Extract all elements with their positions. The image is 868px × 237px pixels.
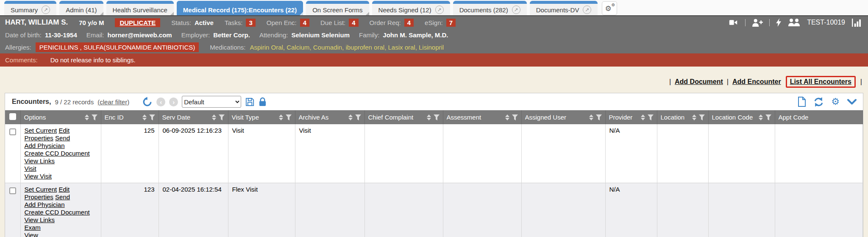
column-header-serv-date[interactable]: Serv Date [162, 114, 209, 121]
filter-icon[interactable] [648, 114, 654, 120]
tab-medical-record-encounters[interactable]: Medical Record (175):Encounters (22) [177, 1, 303, 15]
filter-icon[interactable] [286, 114, 292, 120]
gear-icon[interactable]: ⚙ [831, 97, 840, 106]
sort-icon[interactable] [641, 114, 645, 120]
add-user-icon[interactable] [752, 18, 763, 27]
tab-documents[interactable]: Documents (282) ↗ [453, 1, 527, 15]
column-header-location-code[interactable]: Location Code [712, 114, 756, 121]
select-all-checkbox[interactable] [9, 113, 16, 120]
sort-icon[interactable] [142, 114, 147, 120]
filter-icon[interactable] [765, 114, 771, 120]
properties-link[interactable]: Properties [25, 193, 53, 201]
column-header-enc-id[interactable]: Enc ID [105, 114, 140, 121]
lock-icon[interactable] [259, 97, 267, 107]
column-header-appt-code[interactable]: Appt Code [779, 114, 860, 121]
chevron-down-icon[interactable] [847, 99, 857, 105]
sort-icon[interactable] [505, 114, 509, 120]
visit-type-cell: Visit [228, 124, 295, 183]
create-ccd-document-link[interactable]: Create CCD Document [25, 209, 90, 216]
row-checkbox[interactable] [9, 187, 16, 194]
set-current-link[interactable]: Set Current [25, 127, 57, 134]
next-icon[interactable]: › [169, 98, 178, 106]
tab-label: Summary [11, 6, 38, 14]
view-link[interactable]: View [25, 231, 38, 237]
column-header-chief-complaint[interactable]: Chief Complaint [368, 114, 424, 121]
tab-health-surveillance[interactable]: Health Surveillance [106, 1, 174, 15]
order-req-count-badge[interactable]: 4 [404, 19, 414, 27]
open-enc-count-badge[interactable]: 4 [300, 19, 309, 27]
tab-label: Health Surveillance [113, 6, 167, 14]
view-visit-link[interactable]: View Visit [25, 173, 52, 180]
edit-link[interactable]: Edit [58, 127, 70, 134]
save-icon[interactable] [245, 97, 255, 107]
create-ccd-document-link[interactable]: Create CCD Document [25, 150, 90, 157]
filter-icon[interactable] [596, 114, 602, 120]
allergies-badge[interactable]: PENICILLINS , SULFA(SULFONAMIDE ANTIBIOT… [36, 42, 199, 52]
filter-icon[interactable] [92, 114, 97, 120]
column-header-archive-as[interactable]: Archive As [299, 114, 346, 121]
users-icon[interactable] [788, 18, 801, 27]
sort-icon[interactable] [427, 114, 431, 120]
view-links-link[interactable]: View Links [25, 157, 55, 165]
add-physician-link[interactable]: Add Physician [25, 142, 65, 149]
column-header-location[interactable]: Location [661, 114, 690, 121]
view-links-link[interactable]: View Links [25, 216, 55, 223]
due-list-count-badge[interactable]: 4 [349, 19, 358, 27]
prev-icon[interactable]: ‹ [156, 98, 165, 106]
lightning-icon[interactable] [776, 18, 782, 27]
row-checkbox[interactable] [9, 128, 16, 135]
tab-needs-signed[interactable]: Needs Signed (12) ↗ [372, 1, 450, 15]
separator: | [860, 78, 862, 86]
undo-icon[interactable] [142, 97, 153, 107]
external-link-icon[interactable]: ↗ [583, 6, 591, 14]
chart-icon[interactable] [851, 18, 861, 27]
send-link[interactable]: Send [55, 193, 70, 201]
set-current-link[interactable]: Set Current [25, 186, 57, 193]
tab-summary[interactable]: Summary ↗ [4, 1, 56, 15]
edit-link[interactable]: Edit [58, 186, 70, 193]
list-all-encounters-link[interactable]: List All Encounters [790, 78, 851, 85]
tab-admin[interactable]: Admin (41) [59, 1, 103, 15]
properties-link[interactable]: Properties [25, 134, 53, 142]
column-header-options[interactable]: Options [24, 114, 82, 121]
sort-icon[interactable] [692, 114, 696, 120]
clear-filter-link[interactable]: (clear filter) [97, 98, 129, 106]
esign-count-badge[interactable]: 7 [446, 19, 456, 27]
column-header-visit-type[interactable]: Visit Type [232, 114, 276, 121]
new-document-icon[interactable] [798, 97, 806, 107]
external-link-icon[interactable]: ↗ [435, 6, 444, 14]
assessment-cell [443, 183, 521, 237]
tasks-count-badge[interactable]: 3 [246, 19, 255, 27]
sort-icon[interactable] [85, 114, 89, 120]
filter-icon[interactable] [355, 114, 361, 120]
sort-icon[interactable] [279, 114, 283, 120]
tab-documents-dv[interactable]: Documents-DV ↗ [530, 1, 598, 15]
sort-icon[interactable] [589, 114, 593, 120]
tab-on-screen-forms[interactable]: On Screen Forms [306, 1, 369, 15]
filter-icon[interactable] [434, 114, 440, 120]
column-header-assessment[interactable]: Assessment [447, 114, 503, 121]
sort-icon[interactable] [759, 114, 763, 120]
column-header-provider[interactable]: Provider [609, 114, 638, 121]
tab-settings-button[interactable]: ⚙ ⚙ [602, 1, 617, 15]
duplicate-badge[interactable]: DUPLICATE [115, 18, 160, 27]
sort-icon[interactable] [348, 114, 353, 120]
external-link-icon[interactable]: ↗ [42, 6, 50, 14]
exam-link[interactable]: Exam [25, 224, 41, 231]
filter-icon[interactable] [699, 114, 705, 120]
filter-icon[interactable] [149, 114, 155, 120]
add-document-link[interactable]: Add Document [675, 78, 723, 86]
filter-icon[interactable] [512, 114, 518, 120]
refresh-icon[interactable] [813, 97, 824, 107]
video-camera-icon[interactable] [728, 18, 739, 27]
medications-value[interactable]: Aspirin Oral, Calcium, Coumadin, ibuprof… [250, 44, 444, 51]
visit-link[interactable]: Visit [25, 165, 36, 172]
sort-icon[interactable] [212, 114, 216, 120]
add-physician-link[interactable]: Add Physician [25, 201, 65, 208]
external-link-icon[interactable]: ↗ [512, 6, 520, 14]
send-link[interactable]: Send [55, 134, 70, 142]
view-select[interactable]: Default [182, 96, 241, 108]
filter-icon[interactable] [219, 114, 225, 120]
add-encounter-link[interactable]: Add Encounter [732, 78, 781, 86]
column-header-assigned-user[interactable]: Assigned User [525, 114, 587, 121]
